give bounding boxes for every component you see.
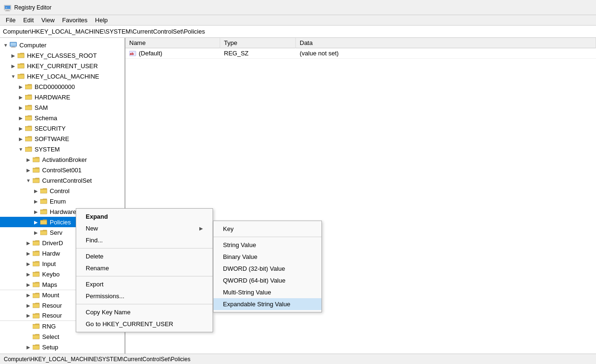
tree-item-currentcontrolset[interactable]: ▼ CurrentControlSet (0, 175, 125, 186)
folder-icon-controlset001 (32, 166, 41, 174)
expand-arrow-hkcr: ▶ (9, 50, 17, 61)
tree-label-control: Control (50, 187, 70, 195)
tree-label-keyboard: Keybo (42, 271, 60, 278)
expand-arrow-enum: ▶ (32, 196, 40, 206)
tree-label-input: Input (42, 260, 56, 267)
folder-icon-bcd (25, 83, 33, 90)
status-text: Computer\HKEY_LOCAL_MACHINE\SYSTEM\Curre… (4, 356, 190, 363)
menu-edit[interactable]: Edit (19, 16, 37, 25)
expand-arrow-sam: ▶ (17, 102, 25, 113)
ctx-delete[interactable]: Delete (76, 250, 213, 262)
ctx-permissions[interactable]: Permissions... (76, 290, 213, 302)
tree-item-security[interactable]: ▶ SECURITY (0, 123, 125, 133)
ctx-new[interactable]: New ▶ Key String Value Binary Value DWOR… (76, 222, 213, 234)
expand-arrow-hardw: ▶ (25, 248, 32, 258)
tree-item-hardware[interactable]: ▶ HARDWARE (0, 92, 125, 102)
expand-arrow-computer: ▼ (2, 40, 9, 50)
menu-file[interactable]: File (2, 16, 19, 25)
col-header-type: Type (220, 38, 296, 48)
tree-label-services: Serv (50, 229, 62, 236)
ctx-copykeyname[interactable]: Copy Key Name (76, 306, 213, 318)
folder-icon-maps (32, 281, 41, 288)
tree-label-schema: Schema (35, 115, 57, 122)
ctx-separator-3 (76, 304, 213, 304)
ctx-rename[interactable]: Rename (76, 262, 213, 274)
detail-cell-name-default: ab (Default) (125, 48, 220, 59)
expand-arrow-security: ▶ (17, 123, 25, 133)
folder-icon-input (32, 260, 41, 267)
expand-arrow-keyboard: ▶ (25, 269, 32, 279)
folder-icon-hardware (25, 93, 33, 101)
ctx-find[interactable]: Find... (76, 234, 213, 246)
expand-arrow-currentcontrolset: ▼ (25, 175, 32, 186)
folder-icon-services (40, 229, 48, 236)
folder-icon-currentcontrolset (32, 177, 41, 184)
tree-item-hkcr[interactable]: ▶ HKEY_CLASSES_ROOT (0, 50, 125, 61)
submenu-item-qword[interactable]: QWORD (64-bit) Value (213, 275, 321, 286)
tree-label-hkcr: HKEY_CLASSES_ROOT (27, 52, 97, 59)
tree-item-activationbroker[interactable]: ▶ ActivationBroker (0, 154, 125, 165)
tree-item-sam[interactable]: ▶ SAM (0, 102, 125, 113)
tree-label-policies: Policies (50, 219, 71, 226)
expand-arrow-controlset001: ▶ (25, 165, 32, 175)
folder-icon-hardw (32, 249, 41, 257)
menu-view[interactable]: View (37, 16, 58, 25)
status-bar: Computer\HKEY_LOCAL_MACHINE\SYSTEM\Curre… (0, 354, 596, 364)
ctx-export[interactable]: Export (76, 278, 213, 290)
tree-item-schema[interactable]: ▶ Schema (0, 113, 125, 123)
folder-icon-security (25, 124, 33, 132)
tree-item-enum[interactable]: ▶ Enum (0, 196, 125, 206)
submenu-item-dword[interactable]: DWORD (32-bit) Value (213, 263, 321, 275)
tree-label-select: Select (42, 333, 59, 340)
ctx-separator-1 (76, 248, 213, 249)
tree-item-hklm[interactable]: ▼ HKEY_LOCAL_MACHINE (0, 71, 125, 81)
folder-icon-resour1 (32, 302, 41, 309)
detail-cell-type-default: REG_SZ (220, 48, 296, 59)
col-header-data: Data (296, 38, 596, 48)
detail-row-default[interactable]: ab (Default) REG_SZ (value not set) (125, 48, 596, 59)
tree-item-controlset001[interactable]: ▶ ControlSet001 (0, 165, 125, 175)
expand-arrow-bcd: ▶ (17, 81, 25, 92)
tree-item-computer[interactable]: ▼ Computer (0, 40, 125, 50)
submenu-item-key[interactable]: Key (213, 223, 321, 235)
tree-item-setup[interactable]: ▶ Setup (0, 342, 125, 352)
folder-icon-policies (40, 218, 48, 226)
folder-icon-resour2 (32, 312, 41, 320)
tree-item-software[interactable]: ▶ SOFTWARE (0, 133, 125, 144)
expand-arrow-activationbroker: ▶ (25, 154, 32, 165)
col-header-name: Name (125, 38, 220, 48)
submenu-item-expandable[interactable]: Expandable String Value (213, 298, 321, 310)
menu-favorites[interactable]: Favorites (58, 16, 91, 25)
reg-sz-icon: ab (129, 50, 137, 57)
folder-icon-schema (25, 114, 33, 122)
folder-icon-keyboard (32, 270, 41, 278)
submenu-item-binaryvalue[interactable]: Binary Value (213, 251, 321, 263)
submenu-item-stringvalue[interactable]: String Value (213, 239, 321, 251)
tree-label-system: SYSTEM (35, 146, 60, 153)
expand-arrow-system: ▼ (17, 144, 25, 154)
tree-label-software: SOFTWARE (35, 135, 69, 142)
tree-item-control[interactable]: ▶ Control (0, 186, 125, 196)
tree-label-setup: Setup (42, 344, 58, 351)
tree-label-mounted: Mount (42, 292, 59, 299)
folder-icon-driverdb (32, 239, 41, 247)
ctx-gotohkcu[interactable]: Go to HKEY_CURRENT_USER (76, 318, 213, 330)
tree-label-sam: SAM (35, 104, 48, 111)
tree-item-bcd[interactable]: ▶ BCD00000000 (0, 81, 125, 92)
tree-item-system[interactable]: ▼ SYSTEM (0, 144, 125, 154)
expand-arrow-mounted: ▶ (25, 290, 32, 301)
tree-label-computer: Computer (19, 42, 46, 49)
app-icon: >_ (4, 4, 11, 11)
tree-item-select[interactable]: ▶ Select (0, 331, 125, 342)
tree-label-hklm: HKEY_LOCAL_MACHINE (27, 73, 99, 80)
ctx-expand[interactable]: Expand (76, 211, 213, 222)
address-path: Computer\HKEY_LOCAL_MACHINE\SYSTEM\Curre… (3, 28, 205, 35)
folder-icon-setup (32, 343, 41, 351)
submenu-item-multistring[interactable]: Multi-String Value (213, 286, 321, 298)
tree-item-hkcu[interactable]: ▶ HKEY_CURRENT_USER (0, 61, 125, 71)
menu-help[interactable]: Help (91, 16, 112, 25)
expand-arrow-services: ▶ (32, 227, 40, 238)
expand-arrow-driverdb: ▶ (25, 238, 32, 248)
tree-label-enum: Enum (50, 198, 66, 205)
expand-arrow-hardware: ▶ (17, 92, 25, 102)
